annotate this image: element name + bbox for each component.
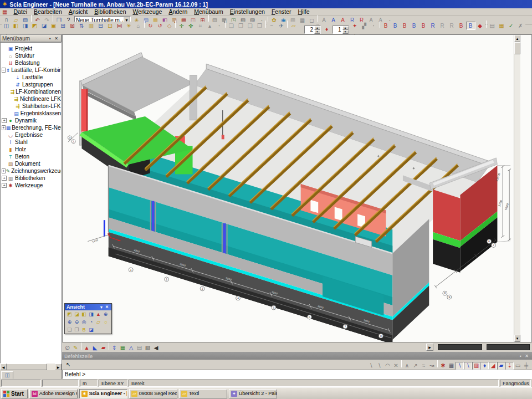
toolbar-button[interactable]: ✛ bbox=[177, 22, 186, 30]
toolbar-button[interactable]: ↻ bbox=[146, 22, 155, 30]
tree-expander[interactable] bbox=[9, 89, 10, 94]
tree-expander[interactable]: + bbox=[2, 176, 7, 181]
view-tool-button[interactable]: ⊕ bbox=[66, 319, 73, 325]
view-tool-button[interactable]: ◎ bbox=[80, 319, 88, 325]
toolbar-button[interactable]: ⊠ bbox=[68, 22, 77, 30]
view-tool-button[interactable]: ❏ bbox=[66, 326, 73, 333]
menu-item[interactable]: Einstellungen bbox=[227, 8, 268, 15]
tree-expander[interactable] bbox=[2, 161, 7, 166]
viewport-tool-button[interactable]: ▦ bbox=[119, 344, 127, 352]
close-icon[interactable]: ✕ bbox=[524, 354, 530, 359]
view-tool-button[interactable]: ◨ bbox=[88, 311, 95, 318]
scrollbar-thumb[interactable] bbox=[438, 344, 482, 350]
toolbar-button[interactable]: ◇ bbox=[165, 22, 174, 30]
snap-mode-button[interactable]: ♦ bbox=[480, 362, 489, 370]
menu-item[interactable]: Datei bbox=[10, 8, 30, 15]
view-tool-button[interactable]: ❐ bbox=[73, 326, 80, 333]
spinner-up-icon[interactable]: ▲ bbox=[314, 26, 320, 30]
toolbar-button[interactable]: ✦ bbox=[350, 22, 360, 30]
tree-expander[interactable] bbox=[2, 46, 7, 51]
tree-expander[interactable]: + bbox=[2, 183, 7, 188]
toolbar-button[interactable]: ◆ bbox=[475, 22, 485, 30]
toolbar-button[interactable]: ◩ bbox=[30, 22, 39, 30]
tree-expander[interactable]: + bbox=[2, 168, 6, 173]
snap-mode-button[interactable]: ↝ bbox=[428, 362, 436, 370]
tree-expander[interactable] bbox=[9, 82, 14, 87]
spinner-down-icon[interactable]: ▼ bbox=[314, 30, 320, 34]
select-cursor-icon[interactable]: ↖ bbox=[64, 361, 73, 369]
toolbar-button[interactable]: A bbox=[319, 17, 329, 25]
tree-expander[interactable] bbox=[9, 75, 14, 80]
view-tool-button[interactable]: ◔ bbox=[88, 319, 95, 325]
snap-mode-button[interactable]: ∖ bbox=[456, 362, 464, 370]
snap-mode-button[interactable]: ∖ bbox=[464, 362, 472, 370]
view-tool-button[interactable]: ▱ bbox=[95, 319, 102, 325]
tree-expander[interactable]: + bbox=[2, 118, 7, 123]
menu-item[interactable]: Menübaum bbox=[191, 8, 227, 15]
viewport-tool-button[interactable]: ◀ bbox=[152, 344, 160, 352]
toolbar-button[interactable]: B bbox=[457, 22, 466, 30]
tree-item[interactable]: Ⅰ Stahl bbox=[2, 139, 61, 146]
scrollbar-thumb[interactable] bbox=[7, 364, 47, 370]
snap-mode-button[interactable]: ▦ bbox=[447, 362, 456, 370]
viewport-tool-button[interactable]: ◣ bbox=[91, 344, 99, 352]
toolbar-button[interactable]: ⌗ bbox=[196, 22, 205, 30]
scroll-right-icon[interactable]: ▶ bbox=[426, 344, 433, 351]
toolbar-button[interactable]: ◧ bbox=[11, 22, 21, 30]
command-input[interactable]: Befehl > bbox=[62, 370, 532, 379]
toolbar-button[interactable]: ❒ bbox=[255, 22, 264, 30]
scroll-left-icon[interactable]: ◀ bbox=[0, 364, 7, 370]
scroll-down-icon[interactable]: ▼ bbox=[514, 335, 520, 342]
toolbar-button[interactable]: R bbox=[447, 22, 457, 30]
scrollbar-thumb[interactable] bbox=[514, 42, 520, 54]
toolbar-button[interactable]: · bbox=[214, 22, 224, 30]
toolbar-button[interactable]: ❏ bbox=[227, 22, 236, 30]
toolbar-button[interactable]: · bbox=[369, 22, 378, 30]
tree-expander[interactable] bbox=[2, 132, 7, 137]
scroll-right-icon[interactable]: ▶ bbox=[55, 364, 62, 370]
menu-item[interactable]: Fenster bbox=[268, 8, 295, 15]
tree-expander[interactable] bbox=[9, 96, 13, 101]
tree-expander[interactable] bbox=[2, 147, 7, 152]
menu-item[interactable]: Hilfe bbox=[295, 8, 313, 15]
viewport-tool-button[interactable]: ▧ bbox=[144, 344, 152, 352]
toolbar-button[interactable]: B bbox=[391, 22, 400, 30]
toolbar-button[interactable]: ▥ bbox=[86, 22, 96, 30]
tree-expander[interactable] bbox=[9, 111, 13, 116]
menu-item[interactable]: Werkzeuge bbox=[129, 8, 165, 15]
view-tool-button[interactable]: ⊕ bbox=[102, 311, 109, 318]
spinner-arrows[interactable]: ▲▼ bbox=[314, 26, 320, 33]
taskbar-button[interactable]: ✦ Übersicht 2 - Paint bbox=[229, 389, 277, 398]
vertical-scrollbar[interactable]: ▲ ▼ bbox=[514, 35, 520, 342]
toolbar-button[interactable]: ❐ bbox=[236, 22, 245, 30]
tree-item[interactable]: ◡ Ergebnisse bbox=[2, 131, 61, 139]
toolbar-button[interactable]: ◪ bbox=[39, 22, 49, 30]
toolbar-button[interactable]: R bbox=[438, 22, 447, 30]
taskbar-button[interactable]: ✶ Scia Engineer - [... bbox=[79, 389, 127, 398]
tree-expander[interactable] bbox=[9, 104, 14, 109]
tree-expander[interactable]: − bbox=[2, 68, 6, 73]
tree-item[interactable]: ▤ Dokument bbox=[2, 160, 61, 167]
toolbar-button[interactable]: A bbox=[338, 17, 347, 25]
tree-item[interactable]: ⌂ Struktur bbox=[2, 52, 61, 59]
snap-mode-button[interactable]: ╪ bbox=[522, 362, 530, 370]
view-tool-button[interactable]: ◪ bbox=[73, 311, 80, 318]
toolbar-button[interactable]: ▤ bbox=[488, 22, 497, 30]
toolbar-button[interactable]: B bbox=[410, 22, 419, 30]
tree-item[interactable]: + ✱ Werkzeuge bbox=[2, 182, 61, 189]
tree-item[interactable]: + ▦ Berechnung, FE-Netz bbox=[2, 124, 61, 131]
snap-mode-button[interactable]: ◠ bbox=[383, 362, 392, 370]
view-tool-button[interactable]: ▲ bbox=[95, 311, 102, 318]
tree-item[interactable]: + ✎ Zeichnungswerkzeuge bbox=[2, 167, 61, 175]
toolbar-button[interactable]: ✓ bbox=[507, 22, 516, 30]
start-button[interactable]: Start bbox=[1, 389, 28, 398]
viewport-tool-button[interactable]: ▰ bbox=[99, 344, 108, 352]
toolbar-button[interactable]: ▦ bbox=[497, 22, 507, 30]
toolbar-button[interactable]: ▞ bbox=[360, 22, 369, 30]
viewport-tool-button[interactable]: ▤ bbox=[135, 344, 144, 352]
tree-item[interactable]: ⇊ Belastung bbox=[2, 59, 61, 66]
sidebar-tab[interactable]: ◫ bbox=[1, 371, 13, 379]
tree-item[interactable]: − ⇟ Lastfälle, LF-Kombinatior bbox=[2, 66, 61, 74]
toolbar-button[interactable]: ↺ bbox=[155, 22, 165, 30]
toolbar-button[interactable]: B bbox=[466, 22, 475, 30]
